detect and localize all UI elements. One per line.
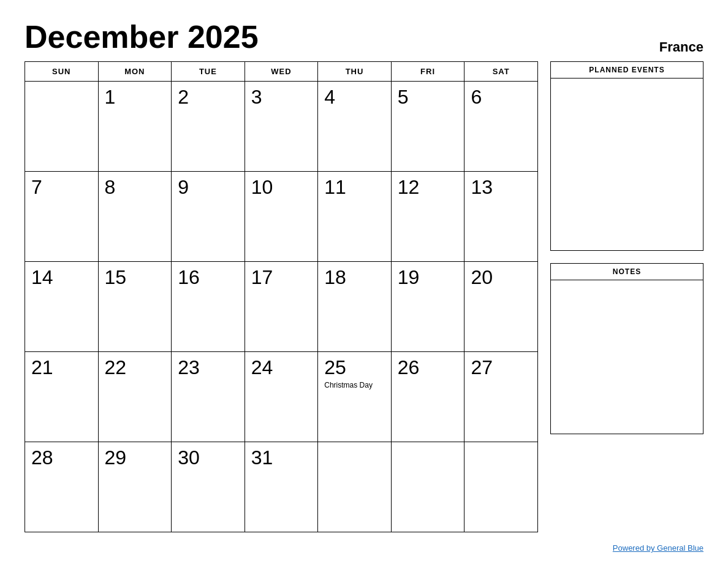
day-number: 3 (251, 86, 312, 108)
day-number: 2 (178, 86, 238, 108)
calendar-cell: 27 (464, 352, 538, 442)
calendar-cell: 10 (245, 172, 318, 262)
calendar-cell: 28 (25, 442, 99, 532)
calendar-cell: 29 (98, 442, 172, 532)
day-number: 22 (105, 357, 165, 378)
calendar-cell: 4 (318, 82, 392, 172)
planned-events-body (551, 79, 703, 250)
day-of-week-header: WED (245, 62, 318, 82)
calendar-cell: 18 (318, 262, 392, 352)
calendar-cell (464, 442, 538, 532)
calendar-week-row: 14151617181920 (25, 262, 538, 352)
calendar-cell: 15 (98, 262, 172, 352)
calendar-cell: 20 (464, 262, 538, 352)
main-content: SUNMONTUEWEDTHUFRISAT 123456789101112131… (25, 61, 703, 538)
day-number: 19 (398, 267, 458, 288)
day-number: 12 (398, 177, 458, 198)
day-of-week-header: TUE (172, 62, 245, 82)
day-number: 16 (178, 267, 238, 288)
day-number: 11 (324, 177, 385, 198)
day-number: 4 (324, 86, 385, 108)
sidebar: PLANNED EVENTS NOTES (550, 61, 703, 538)
calendar-cell: 12 (391, 172, 464, 262)
day-of-week-header: THU (318, 62, 392, 82)
day-number: 27 (471, 357, 531, 378)
calendar-cell: 16 (172, 262, 245, 352)
day-of-week-header: SAT (464, 62, 538, 82)
day-number: 8 (105, 177, 165, 198)
calendar-cell: 3 (245, 82, 318, 172)
day-number: 5 (398, 86, 458, 108)
calendar-cell: 22 (98, 352, 172, 442)
day-number: 29 (105, 447, 165, 469)
calendar-cell: 6 (464, 82, 538, 172)
calendar-cell: 13 (464, 172, 538, 262)
notes-header: NOTES (551, 264, 703, 280)
calendar-header: SUNMONTUEWEDTHUFRISAT (25, 62, 538, 82)
powered-by-link[interactable]: Powered by General Blue (613, 543, 703, 553)
day-number: 1 (105, 86, 165, 108)
calendar-cell: 24 (245, 352, 318, 442)
calendar-cell: 23 (172, 352, 245, 442)
calendar-cell: 11 (318, 172, 392, 262)
calendar-cell: 5 (391, 82, 464, 172)
day-number: 18 (324, 267, 385, 288)
day-number: 21 (31, 357, 92, 378)
calendar-cell: 8 (98, 172, 172, 262)
calendar-section: SUNMONTUEWEDTHUFRISAT 123456789101112131… (25, 61, 538, 538)
day-number: 30 (178, 447, 238, 469)
day-number: 17 (251, 267, 312, 288)
planned-events-header: PLANNED EVENTS (551, 62, 703, 79)
calendar-cell: 19 (391, 262, 464, 352)
day-number: 23 (178, 357, 238, 378)
day-number: 14 (31, 267, 92, 288)
day-of-week-header: MON (98, 62, 172, 82)
calendar-cell: 26 (391, 352, 464, 442)
calendar-cell: 9 (172, 172, 245, 262)
day-of-week-header: SUN (25, 62, 99, 82)
day-number: 13 (471, 177, 531, 198)
calendar-table: SUNMONTUEWEDTHUFRISAT 123456789101112131… (25, 61, 538, 532)
calendar-week-row: 2122232425Christmas Day2627 (25, 352, 538, 442)
day-number: 26 (398, 357, 458, 378)
calendar-cell (318, 442, 392, 532)
calendar-cell: 25Christmas Day (318, 352, 392, 442)
day-number: 9 (178, 177, 238, 198)
calendar-cell: 1 (98, 82, 172, 172)
day-number: 24 (251, 357, 312, 378)
day-number: 20 (471, 267, 531, 288)
calendar-cell: 17 (245, 262, 318, 352)
planned-events-box: PLANNED EVENTS (550, 61, 703, 251)
calendar-cell: 30 (172, 442, 245, 532)
day-number: 15 (105, 267, 165, 288)
calendar-week-row: 28293031 (25, 442, 538, 532)
day-number: 25 (324, 357, 385, 378)
calendar-cell (25, 82, 99, 172)
holiday-name: Christmas Day (324, 381, 385, 389)
day-number: 7 (31, 177, 92, 198)
day-of-week-header: FRI (391, 62, 464, 82)
notes-box: NOTES (550, 263, 703, 434)
page-header: December 2025 France (25, 18, 703, 55)
powered-by: Powered by General Blue (25, 543, 703, 553)
calendar-cell: 7 (25, 172, 99, 262)
day-number: 31 (251, 447, 312, 469)
calendar-cell: 2 (172, 82, 245, 172)
calendar-cell: 21 (25, 352, 99, 442)
calendar-week-row: 123456 (25, 82, 538, 172)
calendar-cell: 31 (245, 442, 318, 532)
country-label: France (659, 39, 703, 55)
calendar-cell: 14 (25, 262, 99, 352)
day-number: 6 (471, 86, 531, 108)
notes-body (551, 280, 703, 434)
day-number: 28 (31, 447, 92, 469)
calendar-week-row: 78910111213 (25, 172, 538, 262)
page-title: December 2025 (25, 18, 259, 55)
calendar-cell (391, 442, 464, 532)
day-number: 10 (251, 177, 312, 198)
